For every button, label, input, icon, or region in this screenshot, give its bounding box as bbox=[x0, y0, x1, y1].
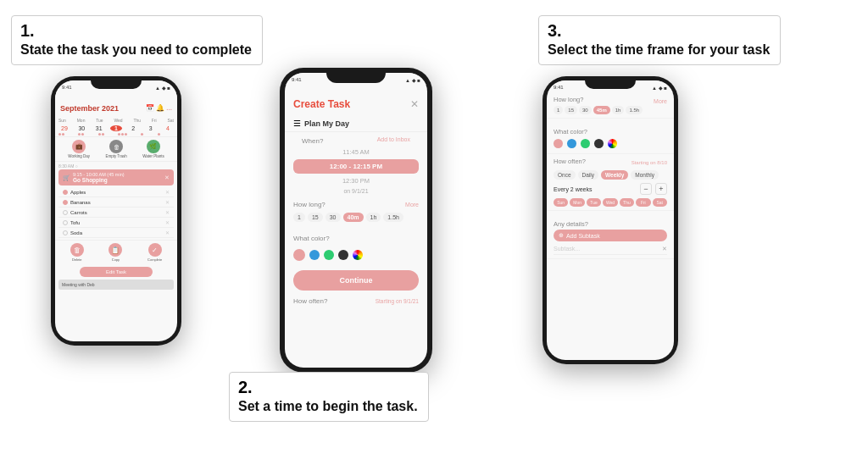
p3-any-details: Any details? ⊕ Add Subtask Subtask... ✕ bbox=[547, 211, 674, 259]
p3-how-often: How often? Starting on 8/10 Once Daily W… bbox=[547, 154, 674, 211]
step3-text: Select the time frame for your task bbox=[548, 42, 770, 57]
step1-number: 1. bbox=[20, 21, 252, 41]
p3-selected-duration[interactable]: 45m bbox=[593, 106, 610, 114]
phone3-screen: 9:41 ▲ ◆ ■ How long? More 1 15 30 45m 1h… bbox=[547, 80, 674, 360]
plan-icon: ☰ bbox=[293, 119, 301, 128]
subtask-input: Subtask... ✕ bbox=[554, 244, 667, 255]
empty-trash-icon: 🗑 bbox=[109, 140, 123, 153]
phone3: 9:41 ▲ ◆ ■ How long? More 1 15 30 45m 1h… bbox=[542, 76, 678, 364]
increment-button[interactable]: + bbox=[655, 183, 667, 195]
selected-time[interactable]: 12:00 - 12:15 PM bbox=[293, 159, 419, 174]
freq-pills: Once Daily Weekly Monthly bbox=[554, 170, 667, 180]
meeting-bar: Meeting with Deb bbox=[58, 280, 174, 290]
working-day-icon: 💼 bbox=[72, 140, 86, 153]
phone2: 9:41 ▲ ◆ ■ Create Task ✕ ☰ Plan My Day W… bbox=[280, 68, 432, 373]
phone1-icons: ▲ ◆ ■ bbox=[155, 85, 170, 91]
delete-icon: 🗑 bbox=[70, 243, 84, 257]
p3-color-pink[interactable] bbox=[554, 139, 563, 148]
todo-soda: Soda ✕ bbox=[58, 228, 174, 238]
color-dots bbox=[285, 246, 427, 263]
phone3-notch bbox=[585, 80, 636, 89]
p3-color-blue[interactable] bbox=[567, 139, 576, 148]
p3-how-long: How long? More 1 15 30 45m 1h 1.5h bbox=[547, 92, 674, 119]
day-pills-row: Sun Mon Tue Wed Thu Fri Sat bbox=[554, 198, 667, 207]
phone1-screen: 9:41 ▲ ◆ ■ September 2021 📅 🔔 ... SunMon… bbox=[55, 80, 177, 341]
plan-my-day-row[interactable]: ☰ Plan My Day bbox=[285, 115, 427, 132]
cal-dates-row: 29 30 31 1 2 3 4 bbox=[55, 125, 177, 132]
go-shopping-event[interactable]: 🛒 9:15 - 10:00 AM (45 min) Go Shopping ✕ bbox=[58, 169, 174, 185]
when-section: When? Add to Inbox bbox=[285, 132, 427, 147]
color-blue[interactable] bbox=[309, 250, 320, 260]
phone2-screen: 9:41 ▲ ◆ ■ Create Task ✕ ☰ Plan My Day W… bbox=[285, 73, 427, 368]
p3-color-rainbow[interactable] bbox=[608, 139, 617, 148]
close-button[interactable]: ✕ bbox=[410, 98, 419, 110]
color-section: What color? bbox=[285, 224, 427, 246]
time-list: 11:45 AM 12:00 - 12:15 PM 12:30 PM bbox=[285, 147, 427, 186]
p3-color-green[interactable] bbox=[581, 139, 590, 148]
todo-tofu: Tofu ✕ bbox=[58, 218, 174, 228]
todo-list: Apples ✕ Bananas ✕ Carrots ✕ Tofu ✕ bbox=[58, 187, 174, 238]
bottom-icons-row: 🗑 Delete 📋 Copy ✓ Complete bbox=[55, 240, 177, 264]
freq-weekly[interactable]: Weekly bbox=[601, 170, 628, 180]
step3-number: 3. bbox=[548, 21, 770, 41]
p3-color-dots bbox=[554, 137, 667, 150]
todo-bananas: Bananas ✕ bbox=[58, 197, 174, 208]
cal-header: September 2021 📅 🔔 ... bbox=[55, 92, 177, 116]
todo-apples: Apples ✕ bbox=[58, 187, 174, 197]
add-inbox-link[interactable]: Add to Inbox bbox=[377, 136, 419, 142]
step2-text: Set a time to begin the task. bbox=[238, 399, 418, 413]
step1-label: 1. State the task you need to complete bbox=[11, 15, 263, 65]
selected-duration[interactable]: 40m bbox=[343, 213, 364, 222]
complete-icon: ✓ bbox=[148, 243, 162, 257]
phone1-time: 9:41 bbox=[62, 85, 72, 90]
decrement-button[interactable]: − bbox=[640, 183, 652, 195]
color-pink[interactable] bbox=[293, 249, 305, 261]
on-date: on 9/1/21 bbox=[285, 186, 427, 196]
copy-icon: 📋 bbox=[108, 243, 122, 257]
more-link[interactable]: More bbox=[405, 202, 419, 208]
color-black[interactable] bbox=[338, 250, 348, 260]
step2-number: 2. bbox=[238, 378, 418, 397]
phone2-notch bbox=[326, 73, 386, 83]
cal-icons-row: 💼 Working Day 🗑 Empty Trash 🌿 Water Plan… bbox=[55, 136, 177, 162]
add-subtask-button[interactable]: ⊕ Add Subtask bbox=[554, 230, 667, 241]
phone1-notch bbox=[91, 80, 142, 89]
step1-text: State the task you need to complete bbox=[20, 42, 252, 57]
todo-carrots: Carrots ✕ bbox=[58, 208, 174, 218]
water-plants-icon: 🌿 bbox=[147, 140, 160, 153]
cal-days-row: SunMon TueWed ThuFri Sat bbox=[55, 116, 177, 125]
p3-duration-pills: 1 15 30 45m 1h 1.5h bbox=[554, 106, 667, 114]
edit-task-button[interactable]: Edit Task bbox=[80, 267, 153, 277]
cal-event-area: 8:30 AM ○ 🛒 9:15 - 10:00 AM (45 min) Go … bbox=[55, 162, 177, 240]
every-row: Every 2 weeks − + bbox=[554, 183, 667, 195]
create-task-header: Create Task ✕ bbox=[285, 85, 427, 115]
p3-color-section: What color? bbox=[547, 119, 674, 154]
phone1: 9:41 ▲ ◆ ■ September 2021 📅 🔔 ... SunMon… bbox=[51, 76, 181, 346]
how-long-section: How long? More bbox=[285, 196, 427, 211]
p3-color-black[interactable] bbox=[594, 139, 604, 148]
step3-label: 3. Select the time frame for your task bbox=[538, 15, 781, 65]
continue-button[interactable]: Continue bbox=[293, 270, 419, 291]
duration-pills: 1 15 30 40m 1h 1.5h bbox=[285, 211, 427, 224]
color-rainbow[interactable] bbox=[353, 250, 363, 260]
color-green[interactable] bbox=[324, 250, 334, 260]
step2-label: 2. Set a time to begin the task. bbox=[229, 372, 429, 422]
how-often-section: How often? Starting on 9/1/21 bbox=[285, 294, 427, 307]
